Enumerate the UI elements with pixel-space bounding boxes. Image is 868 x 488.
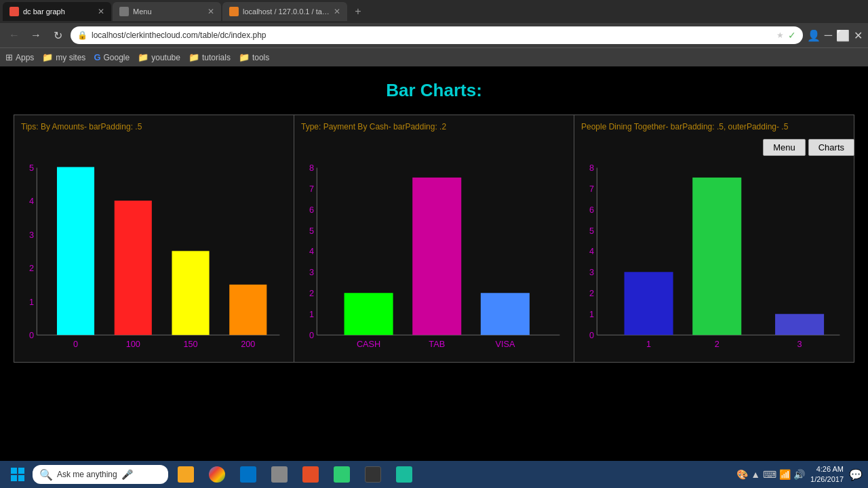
svg-text:0: 0 <box>309 331 314 340</box>
chart-1: Tips: By Amounts- barPadding: .5 0 1 2 3… <box>14 115 294 362</box>
taskbar-app-teal[interactable] <box>389 462 419 487</box>
taskbar-app-green[interactable] <box>327 462 357 487</box>
bookmark-google-label: Google <box>104 53 130 62</box>
svg-text:1: 1 <box>589 310 594 320</box>
taskbar-app-files[interactable] <box>171 462 201 487</box>
bookmark-tutorials[interactable]: 📁 tutorials <box>189 52 231 62</box>
chrome-icon <box>209 466 225 483</box>
folder-icon-tools: 📁 <box>239 52 250 62</box>
svg-text:4: 4 <box>589 247 594 257</box>
tab-title-3: localhost / 127.0.0.1 / ta… <box>243 7 330 16</box>
bookmark-apps[interactable]: ⊞ Apps <box>5 52 34 62</box>
bar-chart2-tab <box>412 178 461 335</box>
svg-text:5: 5 <box>309 226 314 236</box>
chart-1-svg: 0 1 2 3 4 5 0 100 150 <box>21 136 287 352</box>
taskbar-clock[interactable]: 4:26 AM 1/26/2017 <box>810 464 844 485</box>
taskbar-date-text: 1/26/2017 <box>810 474 844 485</box>
chart-1-label: Tips: By Amounts- barPadding: .5 <box>21 122 287 131</box>
chart-2-label: Type: Payment By Cash- barPadding: .2 <box>301 122 567 131</box>
svg-text:VISA: VISA <box>495 340 515 349</box>
tray-colorful-icon: 🎨 <box>736 469 748 480</box>
svg-text:2: 2 <box>589 289 594 299</box>
tab-close-2[interactable]: ✕ <box>208 7 214 16</box>
svg-text:3: 3 <box>309 268 314 278</box>
folder-icon-youtube: 📁 <box>138 52 149 62</box>
tab-menu[interactable]: Menu ✕ <box>113 2 221 21</box>
profile-icon[interactable]: 👤 <box>807 29 821 42</box>
browser2-icon <box>302 466 319 483</box>
bar-chart1-0 <box>57 167 94 335</box>
chart-3-svg: 0 1 2 3 4 5 6 7 8 1 2 <box>581 136 847 352</box>
nav-right: 👤 ─ ⬜ ✕ <box>807 29 863 42</box>
system-tray: 🎨 ▲ ⌨ 📶 🔊 <box>736 469 805 480</box>
notifications-icon[interactable]: 💬 <box>849 468 863 481</box>
address-text: localhost/clerkinthecloud.com/table/dc/i… <box>92 30 772 40</box>
tab-favicon-3 <box>229 7 239 16</box>
svg-text:0: 0 <box>29 331 34 340</box>
tray-volume-icon: 🔊 <box>793 469 805 480</box>
svg-text:7: 7 <box>589 184 594 194</box>
taskbar-app-filezilla[interactable] <box>264 462 294 487</box>
svg-text:3: 3 <box>29 230 34 240</box>
forward-button[interactable]: → <box>27 26 45 44</box>
back-button[interactable]: ← <box>5 26 23 44</box>
close-window-icon[interactable]: ✕ <box>854 29 863 42</box>
windows-logo <box>11 468 24 481</box>
taskbar-app-browser2[interactable] <box>296 462 326 487</box>
tab-close-1[interactable]: ✕ <box>98 7 104 16</box>
svg-rect-43 <box>18 475 24 481</box>
chart-3-label: People Dining Together- barPadding: .5, … <box>581 122 847 131</box>
tab-favicon-2 <box>119 7 129 16</box>
tab-localhost[interactable]: localhost / 127.0.0.1 / ta… ✕ <box>222 2 347 21</box>
page-title: Bar Charts: <box>14 80 854 101</box>
nav-bar: ← → ↻ 🔒 localhost/clerkinthecloud.com/ta… <box>0 23 868 47</box>
bar-chart3-1 <box>625 272 673 335</box>
bookmark-mysites[interactable]: 📁 my sites <box>42 52 85 62</box>
bookmark-youtube[interactable]: 📁 youtube <box>138 52 180 62</box>
svg-text:200: 200 <box>241 340 255 349</box>
tab-title-2: Menu <box>133 7 203 16</box>
svg-text:3: 3 <box>589 268 594 278</box>
bar-chart1-3 <box>229 285 267 335</box>
svg-text:8: 8 <box>589 163 594 173</box>
svg-text:CASH: CASH <box>357 340 380 349</box>
taskbar: 🔍 Ask me anything 🎤 🎨 ▲ <box>0 461 868 488</box>
start-button[interactable] <box>5 462 30 487</box>
tab-dc-bar-graph[interactable]: dc bar graph ✕ <box>3 2 111 21</box>
svg-text:2: 2 <box>29 264 34 273</box>
svg-text:150: 150 <box>183 340 197 349</box>
svg-text:2: 2 <box>309 289 314 299</box>
svg-text:0: 0 <box>73 340 78 349</box>
bookmark-mysites-label: my sites <box>56 53 85 62</box>
new-tab-button[interactable]: + <box>349 2 368 21</box>
address-bar[interactable]: 🔒 localhost/clerkinthecloud.com/table/dc… <box>71 26 803 44</box>
taskbar-app-chrome[interactable] <box>202 462 232 487</box>
tray-keyboard-icon: ⌨ <box>763 469 776 480</box>
reload-button[interactable]: ↻ <box>49 26 66 44</box>
tab-close-3[interactable]: ✕ <box>334 7 340 16</box>
taskbar-apps <box>171 462 734 487</box>
tray-up-icon[interactable]: ▲ <box>751 469 760 480</box>
bar-chart2-visa <box>481 293 530 335</box>
maximize-icon[interactable]: ⬜ <box>836 29 850 42</box>
bookmark-youtube-label: youtube <box>151 53 180 62</box>
bar-chart2-cash <box>344 293 393 335</box>
svg-text:2: 2 <box>715 340 719 349</box>
bookmarks-bar: ⊞ Apps 📁 my sites G Google 📁 youtube 📁 t… <box>0 47 868 66</box>
taskbar-right: 🎨 ▲ ⌨ 📶 🔊 4:26 AM 1/26/2017 💬 <box>736 464 863 485</box>
bookmark-tools[interactable]: 📁 tools <box>239 52 269 62</box>
svg-text:3: 3 <box>797 340 802 349</box>
charts-container: Tips: By Amounts- barPadding: .5 0 1 2 3… <box>14 115 854 363</box>
minimize-icon[interactable]: ─ <box>825 29 832 41</box>
svg-text:1: 1 <box>309 310 314 320</box>
taskbar-app-dark[interactable] <box>358 462 388 487</box>
svg-text:8: 8 <box>309 163 314 173</box>
folder-icon-tutorials: 📁 <box>189 52 199 62</box>
svg-text:5: 5 <box>589 226 594 236</box>
taskbar-app-mail[interactable] <box>233 462 263 487</box>
taskbar-search-box[interactable]: 🔍 Ask me anything 🎤 <box>33 465 168 484</box>
svg-text:6: 6 <box>309 205 314 215</box>
bookmark-google[interactable]: G Google <box>94 52 130 62</box>
microphone-icon[interactable]: 🎤 <box>121 469 133 480</box>
chart-2: Type: Payment By Cash- barPadding: .2 0 … <box>294 115 574 362</box>
